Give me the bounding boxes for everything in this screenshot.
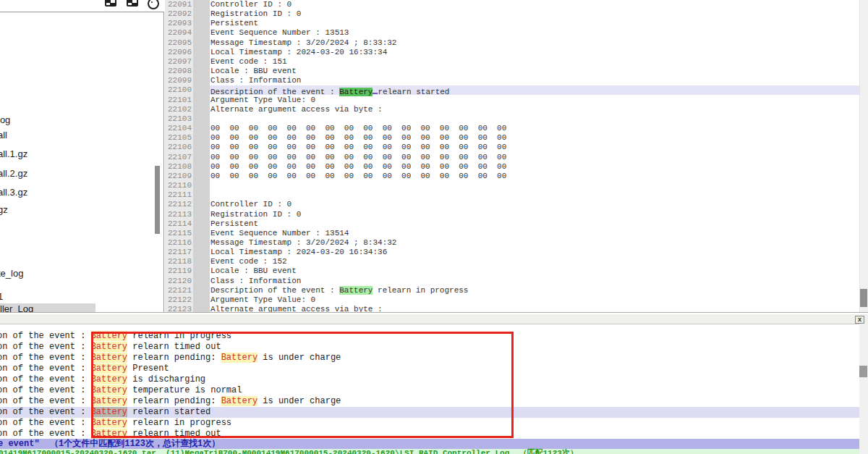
line-number[interactable]: 22118 bbox=[168, 257, 192, 266]
editor-line[interactable]: 2210400 00 00 00 00 00 00 00 00 00 00 00… bbox=[165, 124, 868, 134]
line-number[interactable]: 22111 bbox=[168, 190, 192, 200]
open-log-in-new-view-2-icon[interactable] bbox=[127, 0, 138, 7]
editor-line[interactable]: 22111 bbox=[165, 190, 868, 201]
editor-line[interactable]: 22113Registration ID : 0 bbox=[165, 210, 868, 220]
file-tree-panel[interactable]: logallall.1.gzall.2.gzall.3.gzgzte_log1l… bbox=[0, 12, 164, 314]
line-number[interactable]: 22092 bbox=[168, 9, 192, 19]
editor-line[interactable]: 22099Class : Information bbox=[165, 76, 868, 86]
editor-line[interactable]: 22091Controller ID : 0 bbox=[165, 0, 868, 10]
search-file-line[interactable]: 01419M617000015-20240320-1620.tar (11)Me… bbox=[0, 449, 859, 454]
line-number[interactable]: 22115 bbox=[168, 229, 192, 238]
line-number[interactable]: 22112 bbox=[168, 200, 192, 209]
editor-line[interactable]: 22110 bbox=[165, 181, 868, 191]
monitor-tail-icon[interactable] bbox=[148, 0, 159, 9]
editor-line[interactable]: 22093Persistent bbox=[165, 19, 868, 29]
sidebar-file-item[interactable]: all.3.gz bbox=[0, 187, 27, 198]
text-segment: Registration ID : 0 bbox=[210, 9, 301, 18]
editor-line[interactable]: 22121Description of the event : Battery … bbox=[165, 286, 868, 296]
line-number[interactable]: 22119 bbox=[168, 266, 192, 276]
editor-line[interactable]: 22116Message Timestamp : 3/20/2024 ; 8:3… bbox=[165, 238, 868, 248]
line-number[interactable]: 22101 bbox=[168, 96, 192, 105]
editor-line[interactable]: 22115Event Sequence Number : 13514 bbox=[165, 229, 868, 239]
editor-line[interactable]: 22119Locale : BBU event bbox=[165, 266, 868, 277]
editor-line[interactable]: 22094Event Sequence Number : 13513 bbox=[165, 28, 868, 38]
editor-line[interactable]: 2210900 00 00 00 00 00 00 00 00 00 00 00… bbox=[165, 172, 868, 182]
line-number[interactable]: 22117 bbox=[168, 248, 192, 257]
editor-line[interactable]: 22103 bbox=[165, 114, 868, 125]
editor-line[interactable]: 22117Local Timestamp : 2024-03-20 16:34:… bbox=[165, 248, 868, 258]
editor-line[interactable]: 22098Locale : BBU event bbox=[165, 67, 868, 77]
sidebar-file-item[interactable]: log bbox=[0, 114, 10, 125]
search-summary-line[interactable]: e event" （1个文件中匹配到1123次，总计查找1次） bbox=[0, 439, 859, 449]
sidebar-file-item[interactable]: gz bbox=[0, 204, 8, 215]
line-number[interactable]: 22096 bbox=[168, 48, 192, 57]
line-number[interactable]: 22114 bbox=[168, 219, 192, 229]
line-text: Class : Information bbox=[210, 76, 301, 85]
line-number[interactable]: 22121 bbox=[168, 286, 192, 295]
line-number[interactable]: 22091 bbox=[168, 0, 192, 9]
results-scrollbar-thumb[interactable] bbox=[859, 366, 867, 377]
editor-line[interactable]: 22101Argument Type Value: 0 bbox=[165, 96, 868, 106]
text-segment: Message Timestamp : 3/20/2024 ; 8:33:32 bbox=[210, 38, 396, 47]
line-number[interactable]: 22102 bbox=[168, 105, 192, 114]
line-number[interactable]: 22116 bbox=[168, 238, 192, 248]
line-number[interactable]: 22099 bbox=[168, 76, 192, 85]
result-row[interactable]: on of the event : Battery Present bbox=[0, 363, 859, 374]
editor-line[interactable]: 22100Description of the event : Batteryr… bbox=[165, 85, 868, 96]
line-number[interactable]: 22107 bbox=[168, 153, 192, 162]
sidebar-file-item[interactable]: all.2.gz bbox=[0, 168, 27, 179]
line-number[interactable]: 22120 bbox=[168, 277, 192, 286]
line-number[interactable]: 22122 bbox=[168, 295, 192, 305]
close-panel-button[interactable]: x bbox=[855, 316, 864, 324]
sidebar-scrollbar-thumb[interactable] bbox=[155, 166, 160, 234]
editor-line[interactable]: 22097Event code : 151 bbox=[165, 57, 868, 67]
editor-line[interactable]: 2210800 00 00 00 00 00 00 00 00 00 00 00… bbox=[165, 162, 868, 172]
line-number[interactable]: 22095 bbox=[168, 38, 192, 48]
result-row[interactable]: on of the event : Battery temperature is… bbox=[0, 385, 859, 396]
editor-line[interactable]: 22114Persistent bbox=[165, 219, 868, 230]
editor-line[interactable]: 2210600 00 00 00 00 00 00 00 00 00 00 00… bbox=[165, 143, 868, 153]
result-row[interactable]: on of the event : Battery relearn starte… bbox=[0, 407, 859, 418]
editor-line[interactable]: 22102Alternate argument access via byte … bbox=[165, 105, 868, 115]
open-log-in-new-view-icon[interactable] bbox=[105, 0, 116, 7]
result-row[interactable]: on of the event : Battery relearn timed … bbox=[0, 429, 859, 440]
editor-line[interactable]: 22112Controller ID : 0 bbox=[165, 200, 868, 210]
line-number[interactable]: 22093 bbox=[168, 19, 192, 28]
editor-scrollbar-thumb[interactable] bbox=[860, 289, 867, 307]
line-text: Registration ID : 0 bbox=[210, 210, 301, 219]
results-scrollbar-track[interactable] bbox=[859, 324, 868, 454]
sidebar-file-item[interactable]: all.1.gz bbox=[0, 148, 27, 159]
log-editor[interactable]: 22091Controller ID : 022092Registration … bbox=[165, 0, 868, 314]
result-row[interactable]: on of the event : Battery relearn timed … bbox=[0, 342, 859, 353]
sidebar-file-item[interactable]: all bbox=[0, 130, 7, 140]
line-number[interactable]: 22103 bbox=[168, 114, 192, 124]
editor-scrollbar-track[interactable] bbox=[859, 0, 868, 314]
editor-line[interactable]: 22092Registration ID : 0 bbox=[165, 9, 868, 20]
editor-line[interactable]: 22096Local Timestamp : 2024-03-20 16:33:… bbox=[165, 48, 868, 58]
result-row[interactable]: on of the event : Battery is discharging bbox=[0, 374, 859, 385]
line-number[interactable]: 22110 bbox=[168, 181, 192, 190]
line-number[interactable]: 22105 bbox=[168, 133, 192, 143]
line-number[interactable]: 22098 bbox=[168, 67, 192, 76]
line-number[interactable]: 22108 bbox=[168, 162, 192, 172]
editor-line[interactable]: 22122Argument Type Value: 0 bbox=[165, 295, 868, 306]
result-row[interactable]: on of the event : Battery relearn in pro… bbox=[0, 418, 859, 429]
line-number[interactable]: 22106 bbox=[168, 143, 192, 152]
line-number[interactable]: 22100 bbox=[168, 85, 192, 95]
line-number[interactable]: 22104 bbox=[168, 124, 192, 133]
line-number[interactable]: 22097 bbox=[168, 57, 192, 67]
result-row[interactable]: on of the event : Battery relearn pendin… bbox=[0, 353, 859, 363]
editor-line[interactable]: 22118Event code : 152 bbox=[165, 257, 868, 267]
result-row[interactable]: on of the event : Battery relearn in pro… bbox=[0, 331, 859, 342]
line-number[interactable]: 22109 bbox=[168, 172, 192, 181]
line-number[interactable]: 22113 bbox=[168, 210, 192, 219]
editor-line[interactable]: 22120Class : Information bbox=[165, 277, 868, 287]
sidebar-file-item[interactable]: 1 bbox=[0, 291, 3, 302]
result-row[interactable]: on of the event : Battery relearn pendin… bbox=[0, 396, 859, 407]
editor-line[interactable]: 22095Message Timestamp : 3/20/2024 ; 8:3… bbox=[165, 38, 868, 49]
editor-line[interactable]: 2210500 00 00 00 00 00 00 00 00 00 00 00… bbox=[165, 133, 868, 143]
line-number[interactable]: 22094 bbox=[168, 28, 192, 38]
editor-line[interactable]: 2210700 00 00 00 00 00 00 00 00 00 00 00… bbox=[165, 153, 868, 163]
sidebar-file-item[interactable]: te_log bbox=[0, 268, 23, 279]
text-segment: is discharging bbox=[127, 374, 205, 384]
